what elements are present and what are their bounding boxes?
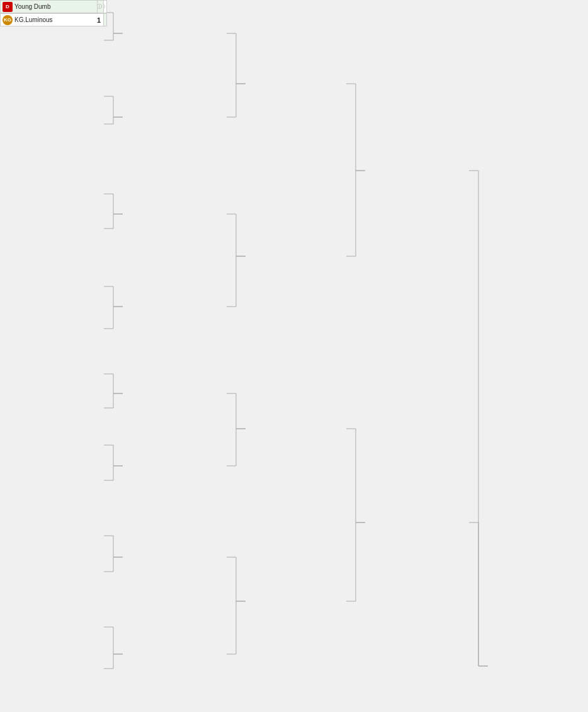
- team-name: Young Dumb: [14, 3, 96, 10]
- team-score: 1: [94, 16, 102, 24]
- team-logo: D: [3, 2, 13, 12]
- info-icon: ⓘ: [97, 3, 102, 10]
- overall-champion: D Young Dumb: [0, 0, 98, 13]
- team-row[interactable]: D Young Dumb: [0, 0, 98, 13]
- connector-lines: [0, 0, 585, 708]
- bracket-container: D Team FreshAir 0 ⓘ S Source Code 1 ⓘ D …: [0, 0, 585, 708]
- team-logo: KG: [3, 15, 13, 25]
- team-row[interactable]: KG KG.Luminous 1: [0, 13, 104, 26]
- team-name: KG.Luminous: [14, 16, 94, 23]
